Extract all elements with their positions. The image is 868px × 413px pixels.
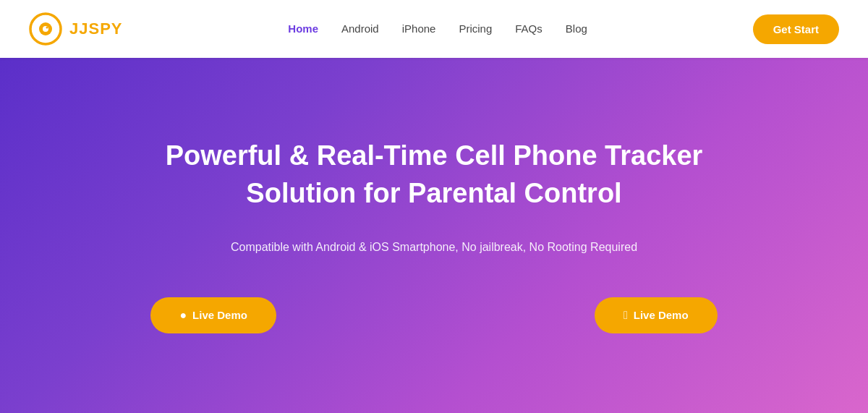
android-live-demo-button[interactable]: ● Live Demo [150, 297, 276, 333]
nav-item-pricing[interactable]: Pricing [459, 22, 492, 35]
nav-item-iphone[interactable]: iPhone [402, 22, 436, 35]
hero-subtitle: Compatible with Android & iOS Smartphone… [231, 241, 637, 254]
svg-point-3 [46, 27, 48, 29]
get-start-button[interactable]: Get Start [753, 14, 839, 44]
hero-buttons: ● Live Demo  Live Demo [150, 297, 717, 333]
brand-name: JJSPY [69, 20, 123, 38]
logo-icon [29, 12, 62, 46]
android-icon: ● [179, 309, 187, 322]
nav-item-android[interactable]: Android [341, 22, 379, 35]
ios-live-demo-label: Live Demo [634, 309, 689, 321]
nav-item-faqs[interactable]: FAQs [515, 22, 542, 35]
navbar: JJSPY Home Android iPhone Pricing FAQs B… [0, 0, 868, 58]
nav-link-iphone[interactable]: iPhone [402, 22, 436, 35]
nav-item-home[interactable]: Home [288, 22, 318, 35]
hero-section: Powerful & Real-Time Cell Phone Tracker … [0, 58, 868, 413]
apple-icon:  [624, 309, 628, 322]
nav-link-pricing[interactable]: Pricing [459, 22, 492, 35]
hero-title: Powerful & Real-Time Cell Phone Tracker … [137, 137, 731, 212]
nav-link-android[interactable]: Android [341, 22, 379, 35]
nav-link-home[interactable]: Home [288, 22, 318, 35]
nav-item-blog[interactable]: Blog [566, 22, 587, 35]
ios-live-demo-button[interactable]:  Live Demo [595, 297, 718, 333]
logo[interactable]: JJSPY [29, 12, 123, 46]
nav-link-blog[interactable]: Blog [566, 22, 587, 35]
android-live-demo-label: Live Demo [192, 309, 247, 321]
nav-menu: Home Android iPhone Pricing FAQs Blog [288, 22, 587, 35]
nav-link-faqs[interactable]: FAQs [515, 22, 542, 35]
